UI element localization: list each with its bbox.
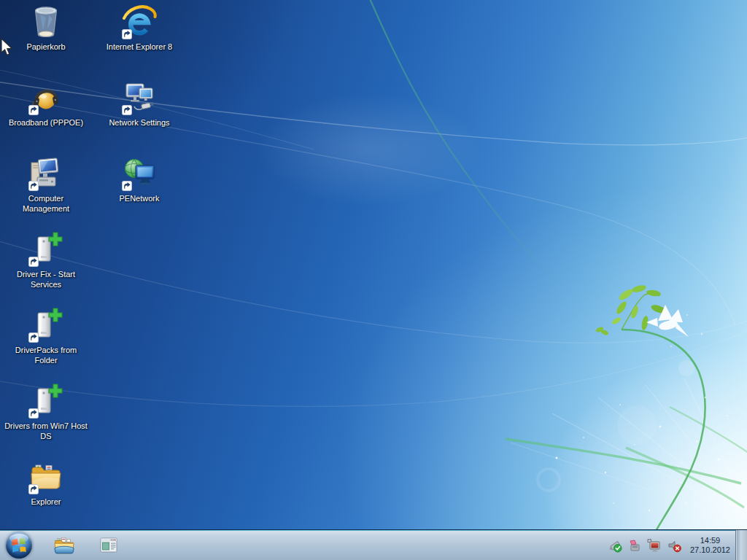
safely-remove-hardware-icon[interactable] [608, 538, 622, 553]
clock-time: 14:59 [690, 536, 730, 545]
start-button[interactable] [6, 532, 32, 559]
recycle-bin-icon [28, 4, 63, 39]
desktop-icon-label: Broadband (PPPOE) [0, 117, 93, 128]
desktop-icon-broadband-pppoe[interactable]: Broadband (PPPOE) [1, 80, 91, 128]
shortcut-arrow-icon [28, 484, 39, 494]
desktop-icon-label: Network Settings [92, 117, 187, 128]
desktop-icon-computer-management[interactable]: Computer Management [1, 156, 91, 214]
taskbar-clock[interactable]: 14:59 27.10.2012 [690, 536, 732, 555]
volume-muted-icon[interactable] [667, 538, 681, 553]
desktop-icon-label: DriverPacks from Folder [0, 345, 93, 365]
shortcut-arrow-icon [28, 257, 39, 267]
desktop-icon-label: Explorer [0, 497, 93, 507]
desktop-icon-label: Driver Fix - Start Services [0, 269, 93, 289]
desktop-icon-label: Computer Management [0, 193, 93, 214]
desktop-icon-label: PENetwork [92, 193, 187, 203]
windows-logo-icon [11, 537, 27, 553]
clock-date: 27.10.2012 [690, 545, 730, 555]
shortcut-arrow-icon [28, 181, 39, 191]
desktop-icon-label: Papierkorb [0, 42, 93, 52]
explorer-folder-icon [53, 534, 75, 556]
desktop-icon-papierkorb[interactable]: Papierkorb [1, 4, 91, 52]
desktop-icon-label: Drivers from Win7 Host DS [0, 421, 93, 441]
hotswap-device-icon[interactable] [627, 538, 642, 553]
shortcut-arrow-icon [28, 105, 39, 115]
shortcut-arrow-icon [28, 332, 39, 343]
desktop-icon-driver-fix-start-services[interactable]: Driver Fix - Start Services [1, 232, 91, 289]
taskbar: 14:59 27.10.2012 [0, 529, 747, 560]
show-desktop-button[interactable] [735, 530, 747, 560]
desktop-icon-network-settings[interactable]: Network Settings [94, 80, 185, 128]
taskbar-explorer-button[interactable] [53, 534, 76, 557]
hummingbird [646, 305, 689, 337]
shortcut-arrow-icon [122, 29, 132, 39]
desktop-icon-label: Internet Explorer 8 [92, 42, 187, 52]
branch-leaves [595, 284, 667, 336]
shortcut-arrow-icon [28, 408, 39, 419]
desktop-icon-internet-explorer-8[interactable]: Internet Explorer 8 [94, 4, 185, 52]
shortcut-arrow-icon [122, 181, 132, 191]
shortcut-arrow-icon [122, 105, 132, 115]
app-window-icon [98, 535, 119, 556]
desktop-icon-drivers-from-win7-host-ds[interactable]: Drivers from Win7 Host DS [1, 384, 91, 441]
desktop-icon-explorer[interactable]: Explorer [1, 459, 91, 507]
desktop-icon-driverpacks-from-folder[interactable]: DriverPacks from Folder [1, 308, 91, 365]
network-disconnected-icon[interactable] [647, 538, 662, 553]
desktop-icon-penetwork[interactable]: PENetwork [94, 156, 185, 203]
system-tray: 14:59 27.10.2012 [608, 530, 732, 560]
taskbar-app-button[interactable] [97, 534, 120, 557]
desktop: Papierkorb Internet Explorer 8 [0, 0, 747, 560]
